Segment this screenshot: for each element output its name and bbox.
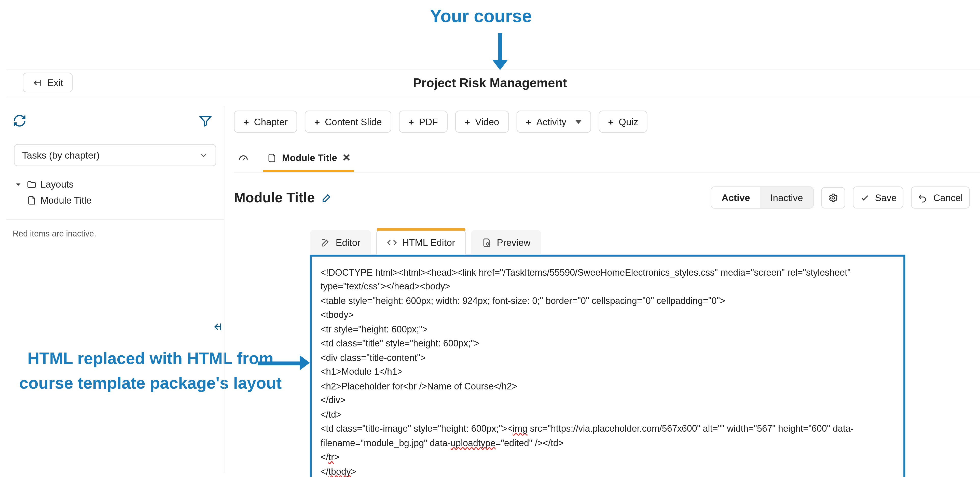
svg-point-0 bbox=[832, 196, 835, 199]
tree-item-module-title[interactable]: Module Title bbox=[11, 192, 219, 208]
exit-icon bbox=[32, 77, 43, 87]
code-line: <table style="height: 600px; width: 924p… bbox=[321, 296, 725, 306]
code-line: <!DOCTYPE html><html><head><link href="/… bbox=[321, 267, 853, 292]
add-content-slide-button[interactable]: +Content Slide bbox=[305, 111, 391, 133]
tree-root-label: Layouts bbox=[40, 179, 73, 190]
code-line: </td> bbox=[321, 409, 341, 420]
content-tabs: Module Title ✕ bbox=[234, 146, 980, 173]
main: +Chapter +Content Slide +PDF +Video +Act… bbox=[234, 111, 980, 477]
code-line: <td class="title-image" style="height: 6… bbox=[321, 423, 513, 434]
add-quiz-button[interactable]: +Quiz bbox=[598, 111, 648, 133]
editor-tab-preview[interactable]: Preview bbox=[471, 230, 541, 255]
code-line: tbody bbox=[328, 466, 351, 476]
code-line: </ bbox=[321, 452, 328, 462]
collapse-sidebar-button[interactable] bbox=[211, 321, 223, 332]
editor-mode-tabs: Editor HTML Editor Preview bbox=[310, 230, 980, 255]
code-line: <h2>Placeholder for<br />Name of Course<… bbox=[321, 381, 517, 391]
add-pdf-button[interactable]: +PDF bbox=[399, 111, 448, 133]
tab-dashboard[interactable] bbox=[234, 148, 253, 170]
code-line: <td class="title" style="height: 600px;"… bbox=[321, 338, 479, 348]
plus-icon: + bbox=[526, 116, 531, 127]
tree-root-layouts[interactable]: Layouts bbox=[11, 176, 219, 192]
status-inactive-button[interactable]: Inactive bbox=[760, 187, 813, 208]
code-line: ="edited" /></td> bbox=[495, 438, 564, 448]
add-toolbar: +Chapter +Content Slide +PDF +Video +Act… bbox=[234, 111, 980, 133]
html-code-editor[interactable]: <!DOCTYPE html><html><head><link href="/… bbox=[310, 255, 905, 477]
save-label: Save bbox=[875, 192, 897, 203]
plus-icon: + bbox=[409, 116, 414, 127]
code-line: <tbody> bbox=[321, 310, 354, 320]
annotation-arrow-down-head bbox=[492, 60, 508, 70]
gear-icon bbox=[828, 192, 838, 203]
editor-tab-html[interactable]: HTML Editor bbox=[376, 230, 466, 255]
add-video-label: Video bbox=[475, 116, 499, 127]
topbar bbox=[6, 70, 980, 97]
plus-icon: + bbox=[243, 116, 249, 127]
add-activity-label: Activity bbox=[536, 116, 566, 127]
settings-button[interactable] bbox=[821, 187, 845, 208]
page-title-row: Module Title Active Inactive Save Cancel bbox=[234, 186, 980, 208]
exit-button[interactable]: Exit bbox=[23, 73, 73, 92]
save-button[interactable]: Save bbox=[853, 186, 904, 208]
add-activity-button[interactable]: +Activity bbox=[516, 111, 591, 133]
tab-close-button[interactable]: ✕ bbox=[342, 152, 350, 164]
add-pdf-label: PDF bbox=[419, 116, 438, 127]
compose-icon bbox=[321, 237, 331, 247]
code-line: > bbox=[334, 452, 339, 462]
preview-icon bbox=[482, 237, 492, 247]
code-line: tr bbox=[328, 452, 334, 462]
code-line: > bbox=[351, 466, 356, 476]
status-active-button[interactable]: Active bbox=[711, 187, 760, 208]
sidebar-tree: Layouts Module Title bbox=[6, 173, 224, 214]
undo-icon bbox=[918, 192, 928, 203]
code-icon bbox=[387, 237, 397, 247]
tab-module-title[interactable]: Module Title ✕ bbox=[263, 146, 354, 172]
chevron-down-icon bbox=[199, 151, 208, 160]
add-video-button[interactable]: +Video bbox=[455, 111, 509, 133]
code-line: <h1>Module 1</h1> bbox=[321, 367, 402, 377]
plus-icon: + bbox=[314, 116, 320, 127]
sidebar-inactive-note: Red items are inactive. bbox=[6, 225, 224, 242]
edit-title-button[interactable] bbox=[321, 192, 332, 204]
plus-icon: + bbox=[465, 116, 470, 127]
exit-label: Exit bbox=[47, 77, 63, 88]
code-line: <div class="title-content"> bbox=[321, 353, 426, 363]
gauge-icon bbox=[238, 153, 249, 164]
annotation-top: Your course bbox=[430, 6, 532, 27]
code-line: </ bbox=[321, 466, 328, 476]
collapse-icon bbox=[211, 321, 223, 332]
code-line: </div> bbox=[321, 395, 345, 405]
tab-label: Module Title bbox=[282, 152, 337, 163]
svg-point-1 bbox=[486, 242, 489, 245]
folder-icon bbox=[27, 179, 37, 189]
editor-tab-editor-label: Editor bbox=[336, 237, 360, 248]
editor-tab-editor[interactable]: Editor bbox=[310, 230, 371, 255]
page-title: Module Title bbox=[234, 189, 315, 206]
sidebar-divider bbox=[6, 219, 224, 220]
document-icon bbox=[267, 153, 277, 163]
status-toggle: Active Inactive bbox=[711, 186, 814, 208]
document-icon bbox=[27, 195, 37, 205]
add-content-slide-label: Content Slide bbox=[325, 116, 382, 127]
annotation-arrow-down bbox=[498, 33, 502, 63]
cancel-button[interactable]: Cancel bbox=[911, 186, 970, 208]
add-quiz-label: Quiz bbox=[619, 116, 638, 127]
sidebar: Tasks (by chapter) Layouts Module Title … bbox=[6, 106, 224, 473]
refresh-icon[interactable] bbox=[13, 114, 27, 128]
filter-icon[interactable] bbox=[199, 114, 213, 128]
cancel-label: Cancel bbox=[934, 192, 963, 203]
code-line: img bbox=[513, 423, 528, 434]
tree-item-label: Module Title bbox=[40, 195, 92, 205]
sidebar-select-label: Tasks (by chapter) bbox=[22, 149, 100, 161]
caret-down-icon bbox=[14, 180, 23, 189]
editor-tab-html-label: HTML Editor bbox=[402, 237, 455, 248]
plus-icon: + bbox=[608, 116, 614, 127]
code-line: <tr style="height: 600px;"> bbox=[321, 324, 428, 334]
check-icon bbox=[860, 192, 870, 203]
editor-tab-preview-label: Preview bbox=[497, 237, 530, 248]
code-line: uploadtype bbox=[451, 438, 495, 448]
add-chapter-button[interactable]: +Chapter bbox=[234, 111, 298, 133]
add-chapter-label: Chapter bbox=[254, 116, 288, 127]
sidebar-select[interactable]: Tasks (by chapter) bbox=[14, 144, 216, 166]
